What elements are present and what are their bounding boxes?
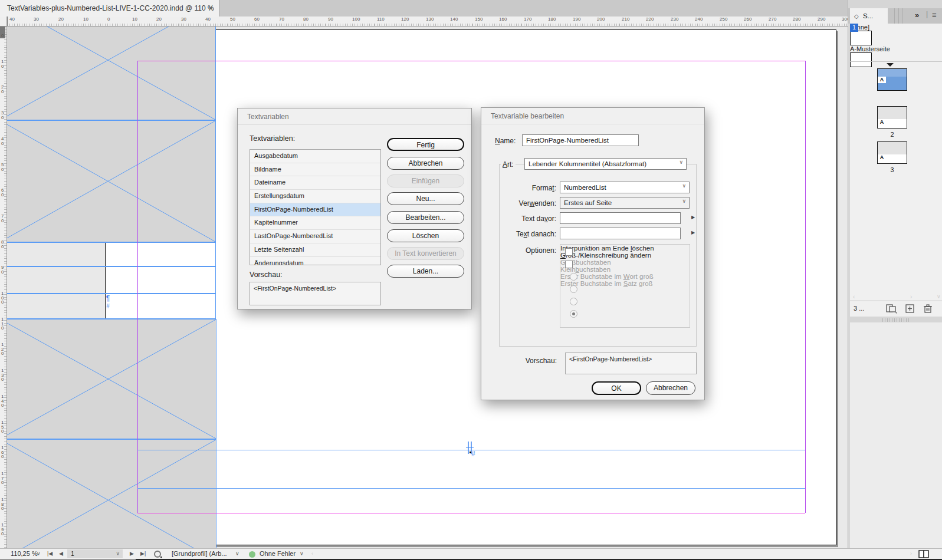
page-number-label[interactable]: 2 <box>877 131 907 138</box>
next-page-icon[interactable]: ▶ <box>130 551 134 556</box>
page-number-combobox[interactable]: 1 ∨ <box>67 549 123 558</box>
horizontal-ruler[interactable]: 4030201001020304050607080901001101201301… <box>7 17 848 27</box>
textvariable-list-item[interactable]: Letzte Seitenzahl <box>250 243 380 257</box>
last-page-icon[interactable]: ▶| <box>140 551 146 556</box>
abbrechen-button[interactable]: Abbrechen <box>387 157 464 170</box>
chevron-down-icon: ∨ <box>682 198 686 204</box>
new-page-icon[interactable] <box>905 304 914 313</box>
textvariable-list-item[interactable]: Dateiname <box>250 176 380 190</box>
textvariablen-dialog: Textvariablen Textvariablen: Ausgabedatu… <box>237 108 472 309</box>
page-thumbnail[interactable]: A <box>877 141 907 164</box>
scrollbar-left-icon[interactable]: ‹ <box>311 551 313 556</box>
edit-page-size-icon[interactable] <box>885 304 898 314</box>
panel-tab-label: S... <box>863 12 873 19</box>
dialog-title-bar[interactable]: Textvariable bearbeiten <box>481 108 704 124</box>
text-danach-input[interactable] <box>560 228 681 239</box>
page-number-label[interactable]: 3 <box>877 166 907 173</box>
textvariable-list-item[interactable]: Erstellungsdatum <box>250 190 380 203</box>
ruler-label: 90 <box>328 17 333 22</box>
preflight-profile[interactable]: [Grundprofil] (Arb... <box>172 550 227 557</box>
name-field[interactable]: FirstOnPage-NumberedList <box>522 134 639 146</box>
art-dropdown[interactable]: Lebender Kolumnentitel (Absatzformat) ∨ <box>524 158 687 170</box>
delete-page-icon[interactable] <box>923 304 933 314</box>
löschen-button[interactable]: Löschen <box>387 229 464 242</box>
ruler-label: 8 0 <box>1 240 4 249</box>
checkbox-label: Groß-/Kleinschreibung ändern <box>560 252 690 259</box>
checkbox[interactable] <box>565 261 573 268</box>
ruler-label: 1 2 0 <box>1 342 4 356</box>
zoom-level[interactable]: 110,25 % <box>11 550 38 557</box>
ruler-label: 100 <box>352 17 360 22</box>
radio-label: Kleinbuchstaben <box>560 266 690 273</box>
vertical-ruler[interactable]: 01 02 03 04 05 06 07 08 09 01 0 01 1 01 … <box>0 27 7 548</box>
text-davor-input[interactable] <box>560 212 681 224</box>
format-dropdown[interactable]: NumberedList ∨ <box>560 182 690 193</box>
page-thumbnail[interactable]: A <box>877 106 907 129</box>
text-davor-menu-arrow-icon[interactable]: ▶ <box>691 215 695 220</box>
ruler-label: 260 <box>744 17 751 22</box>
ok-button[interactable]: OK <box>592 381 641 395</box>
ruler-label: 120 <box>401 17 409 22</box>
ok-button-label: OK <box>611 384 621 393</box>
status-bar: 110,25 % ∨ |◀ ◀ 1 ∨ ▶ ▶| [Grundprofil] (… <box>0 548 942 559</box>
ruler-label: 210 <box>622 17 629 22</box>
textvariablen-listbox[interactable]: AusgabedatumBildnameDateinameErstellungs… <box>250 149 381 265</box>
art-value: Lebender Kolumnentitel (Absatzformat) <box>529 159 646 169</box>
checkbox[interactable] <box>565 248 573 256</box>
pages-panel: ◇ S... » | ≡ [Ohne]A-Musterseite A1A2A3 … <box>848 0 942 560</box>
cancel-button-label: Abbrechen <box>654 384 688 392</box>
expand-panels-icon[interactable]: » <box>915 11 919 19</box>
ruler-label: 230 <box>671 17 678 22</box>
document-tab[interactable]: TextVariables-plus-Numbered-List-LIVE-1-… <box>0 0 219 17</box>
scrollbar-right-icon[interactable]: › <box>910 551 912 556</box>
tab-close-icon[interactable]: × <box>208 0 213 17</box>
page-thumbnail[interactable]: A <box>877 68 907 91</box>
panel-dock-empty <box>850 322 942 560</box>
panel-cycle-icon: ◇ <box>854 13 859 19</box>
textvariable-list-item[interactable]: Ausgabedatum <box>250 150 380 163</box>
textvariable-list-item[interactable]: Kapitelnummer <box>250 216 380 230</box>
bearbeiten-button[interactable]: Bearbeiten... <box>387 211 464 224</box>
ruler-origin-box[interactable] <box>0 17 7 27</box>
textvariable-list-item[interactable]: Änderungsdatum <box>250 257 380 266</box>
page-number-badge[interactable]: 1 <box>850 24 858 32</box>
scroll-right-icon[interactable]: › <box>910 294 912 300</box>
ruler-label: 1 5 0 <box>1 420 4 434</box>
name-value: FirstOnPage-NumberedList <box>526 135 609 146</box>
preflight-menu-icon[interactable] <box>153 550 164 559</box>
profile-chevron-icon[interactable]: ∨ <box>235 551 239 556</box>
ruler-label: 30 <box>181 17 186 22</box>
cancel-button[interactable]: Abbrechen <box>646 381 695 395</box>
scroll-left-icon[interactable]: ‹ <box>853 294 855 300</box>
ruler-label: 300 <box>842 17 848 22</box>
prev-page-icon[interactable]: ◀ <box>59 551 63 556</box>
thumbnail-row <box>878 142 907 147</box>
preview-label: Vorschau: <box>250 271 283 279</box>
ruler-label: 1 8 0 <box>1 498 4 511</box>
textvariable-list-item[interactable]: LastOnPage-NumberedList <box>250 230 380 243</box>
ruler-label: 160 <box>499 17 507 22</box>
preflight-status-text[interactable]: Ohne Fehler <box>260 550 296 557</box>
first-page-icon[interactable]: |◀ <box>47 551 52 556</box>
verwenden-dropdown[interactable]: Erstes auf Seite ∨ <box>560 197 690 209</box>
status-chevron-icon[interactable]: ∨ <box>300 551 304 556</box>
panel-menu-icon[interactable]: ≡ <box>932 11 937 19</box>
ruler-label: 1 1 0 <box>1 317 4 331</box>
ruler-label: 1 9 0 <box>1 523 4 536</box>
scroll-down-icon[interactable]: ∨ <box>937 294 941 299</box>
textvariable-list-item[interactable]: Bildname <box>250 163 380 177</box>
spread-view-icon[interactable] <box>918 549 931 559</box>
textvariable-list-item[interactable]: FirstOnPage-NumberedList <box>250 203 380 217</box>
text-danach-menu-arrow-icon[interactable]: ▶ <box>691 230 695 235</box>
in-text-konvertieren-button: In Text konvertieren <box>387 247 464 260</box>
laden-button[interactable]: Laden... <box>387 265 464 278</box>
ruler-label: 10 <box>83 17 88 22</box>
neu-button[interactable]: Neu... <box>387 192 464 205</box>
fertig-button[interactable]: Fertig <box>387 138 464 151</box>
tab-pages-panel[interactable]: ◇ S... <box>850 8 888 24</box>
ruler-label: 0 <box>107 17 110 22</box>
panel-resize-gripper[interactable] <box>882 318 909 322</box>
dialog-title-bar[interactable]: Textvariablen <box>238 108 471 125</box>
zoom-chevron-icon[interactable]: ∨ <box>37 551 41 556</box>
ruler-label: 2 0 <box>1 85 4 94</box>
